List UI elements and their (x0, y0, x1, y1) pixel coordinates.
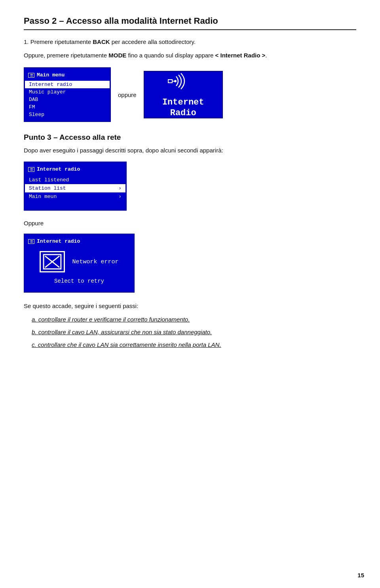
radio-label-line2: Radio (170, 108, 196, 118)
oppure-section-label: Oppure (24, 219, 356, 228)
radio-icon-svg (167, 71, 199, 91)
internet-radio-menu-header: ☰ Internet radio (25, 165, 125, 173)
follow-steps-list: a. controllare il router e verificarne i… (32, 315, 356, 350)
step1-bold-mode: MODE (108, 52, 126, 59)
step-letter-a: a. (32, 316, 38, 323)
network-error-display: ☰ Internet radio Network error Select to… (24, 234, 135, 293)
select-retry-text: Select to retry (54, 278, 104, 284)
step1-text2-pre: Oppure, premere ripetutamente (24, 52, 108, 59)
internet-radio-menu-display: ☰ Internet radio Last listened Station l… (24, 162, 127, 211)
follow-steps-intro: Se questo accade, seguire i seguenti pas… (24, 301, 356, 311)
step-text-a: controllare il router e verificarne il c… (38, 316, 190, 323)
station-list-arrow: › (118, 185, 122, 191)
network-error-container: ☰ Internet radio Network error Select to… (24, 234, 356, 293)
network-error-text: Network error (72, 259, 118, 265)
main-menu-display: ☰ Main menu Internet radio Music player … (24, 67, 111, 122)
menu-item-sleep: Sleep (25, 111, 110, 118)
main-menu-header-label: Main menu (37, 72, 65, 78)
menu-item-main-meun: Main meun › (25, 192, 125, 201)
internet-radio-menu-container: ☰ Internet radio Last listened Station l… (24, 162, 356, 211)
list-item: a. controllare il router e verificarne i… (32, 315, 356, 324)
radio-label-line1: Internet (162, 97, 204, 107)
menu-item-fm: FM (25, 103, 110, 111)
menu-item-dab: DAB (25, 96, 110, 103)
internet-radio-label: Internet Radio (162, 97, 204, 118)
step1-text-post: per accedere alla sottodirectory. (110, 38, 196, 45)
step1-bold-back: BACK (93, 38, 110, 45)
error-icon-row: Network error (31, 251, 127, 272)
page-number: 15 (357, 572, 364, 578)
page-title: Passo 2 – Accesso alla modalità Internet… (24, 16, 356, 30)
internet-radio-menu-header-label: Internet radio (37, 166, 80, 172)
network-error-content: Network error Select to retry (25, 251, 133, 284)
internet-radio-icon-display: Internet Radio (144, 71, 223, 118)
menu-item-last-listened: Last listened (25, 176, 125, 184)
step1-text2-mid: fino a quando sul display appare (126, 52, 215, 59)
main-menu-header: ☰ Main menu (25, 71, 110, 79)
section3-title: Punto 3 – Accesso alla rete (24, 133, 356, 142)
svg-point-2 (174, 80, 177, 82)
radio-signal-icon (167, 71, 199, 95)
step-letter-c: c. (32, 341, 38, 348)
network-error-icon (40, 251, 65, 272)
step1-text-pre: 1. Premere ripetutamente (24, 38, 93, 45)
network-error-menu-icon: ☰ (28, 239, 34, 244)
svg-rect-0 (168, 80, 172, 83)
internet-radio-menu-icon: ☰ (28, 167, 34, 172)
step1-bold-internet-radio: < Internet Radio > (215, 52, 266, 59)
list-item: b. controllare il cavo LAN, assicurarsi … (32, 327, 356, 337)
step1-text2-post: . (265, 52, 267, 59)
menu-item-station-list: Station list › (25, 184, 125, 192)
menu-item-internet-radio: Internet radio (25, 81, 110, 88)
network-error-header-label: Internet radio (37, 238, 80, 244)
step1-text2: Oppure, premere ripetutamente MODE fino … (24, 51, 356, 60)
step1-text: 1. Premere ripetutamente BACK per accede… (24, 37, 356, 47)
main-meun-arrow: › (118, 194, 122, 200)
section3-desc: Dopo aver eseguito i passaggi descritti … (24, 146, 356, 155)
x-box-svg (42, 254, 62, 270)
menu-icon: ☰ (28, 73, 34, 78)
menu-item-music-player: Music player (25, 88, 110, 96)
network-error-header: ☰ Internet radio (25, 237, 133, 245)
step-letter-b: b. (32, 329, 38, 335)
list-item: c. controllare che il cavo LAN sia corre… (32, 340, 356, 350)
step1-images-row: ☰ Main menu Internet radio Music player … (24, 67, 356, 122)
step-text-b: controllare il cavo LAN, assicurarsi che… (38, 329, 212, 335)
oppure-label: oppure (118, 91, 137, 98)
step-text-c: controllare che il cavo LAN sia corretta… (38, 341, 221, 348)
